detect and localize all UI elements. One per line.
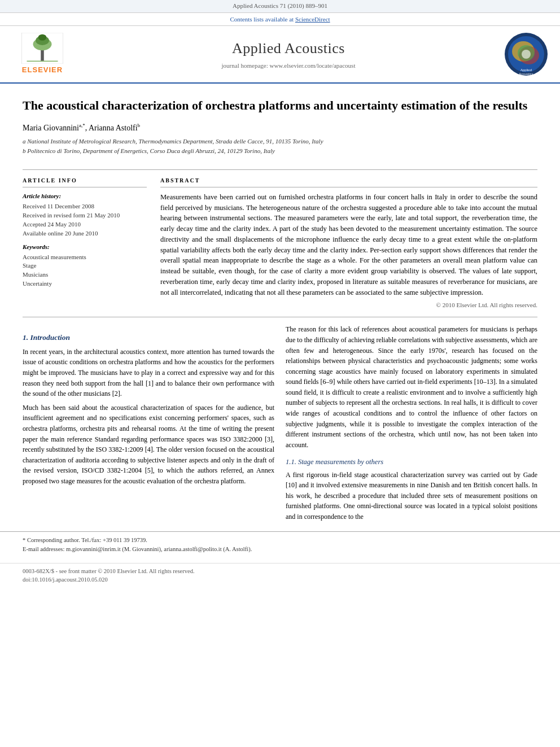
elsevier-logo: ELSEVIER	[20, 33, 65, 76]
article-info-abstract-section: ARTICLE INFO Article history: Received 1…	[0, 177, 560, 310]
footnote-corresponding: * Corresponding author. Tel./fax: +39 01…	[23, 536, 537, 545]
elsevier-logo-section: ELSEVIER	[11, 33, 73, 76]
article-history-label: Article history:	[23, 192, 147, 201]
journal-logo-section: Applied Acoustics	[504, 32, 549, 77]
received-date: Received 11 December 2008	[23, 202, 147, 211]
journal-logo-image: Applied Acoustics	[504, 32, 549, 77]
author-conjunction: , Arianna Astolfi	[85, 123, 138, 132]
article-title: The acoustical characterization of orche…	[23, 97, 537, 114]
abstract-label: ABSTRACT	[160, 177, 537, 187]
body-para2: Much has been said about the acoustical …	[23, 403, 274, 487]
contents-text: Contents lists available at	[230, 16, 294, 23]
subsection-heading: 1.1. Stage measurements by others	[286, 457, 537, 467]
citation-bar: Applied Acoustics 71 (2010) 889–901	[0, 0, 560, 13]
journal-header: ELSEVIER Applied Acoustics journal homep…	[0, 26, 560, 84]
article-info-label: ARTICLE INFO	[23, 177, 147, 187]
author1-name: Maria Giovannini	[23, 123, 79, 132]
svg-text:Applied: Applied	[520, 68, 532, 72]
keyword-4: Uncertainty	[23, 279, 147, 289]
abstract-text: Measurements have been carried out on fu…	[160, 192, 537, 298]
sciencedirect-link[interactable]: ScienceDirect	[295, 16, 330, 23]
divider-1	[23, 169, 537, 170]
article-title-section: The acoustical characterization of orche…	[0, 84, 560, 163]
svg-point-4	[38, 34, 47, 41]
bottom-bar: 0003-682X/$ - see front matter © 2010 El…	[0, 563, 560, 587]
received-revised-date: Received in revised form 21 May 2010	[23, 211, 147, 220]
author2-sup: b	[138, 123, 141, 128]
body-section: 1. Introduction In recent years, in the …	[0, 324, 560, 525]
divider-2	[23, 317, 537, 317]
elsevier-tree-icon	[20, 33, 65, 64]
bottom-bar-line1: 0003-682X/$ - see front matter © 2010 El…	[23, 567, 537, 575]
footnote-section: * Corresponding author. Tel./fax: +39 01…	[0, 531, 560, 557]
elsevier-wordmark: ELSEVIER	[22, 65, 63, 76]
svg-point-11	[522, 50, 531, 59]
author1-sup: a,*	[79, 123, 85, 128]
footnote-email: E-mail addresses: m.giovannini@inrim.it …	[23, 545, 537, 554]
copyright-text: © 2010 Elsevier Ltd. All rights reserved…	[160, 301, 537, 310]
body-right-column: The reason for this lack of references a…	[286, 324, 537, 525]
accepted-date: Accepted 24 May 2010	[23, 220, 147, 229]
keywords-label: Keywords:	[23, 243, 147, 252]
keyword-3: Musicians	[23, 270, 147, 279]
abstract-column: ABSTRACT Measurements have been carried …	[160, 177, 537, 310]
keyword-2: Stage	[23, 261, 147, 270]
available-online-date: Available online 20 June 2010	[23, 229, 147, 238]
section1-heading: 1. Introduction	[23, 332, 274, 343]
affiliation-1: a National Institute of Metrological Res…	[23, 137, 537, 146]
body-right-para2: A first rigorous in-field stage acoustic…	[286, 470, 537, 522]
article-info-column: ARTICLE INFO Article history: Received 1…	[23, 177, 147, 310]
journal-title: Applied Acoustics	[73, 38, 504, 59]
journal-homepage: journal homepage: www.elsevier.com/locat…	[73, 62, 504, 71]
keyword-1: Acoustical measurements	[23, 253, 147, 262]
affiliation-2: b Politecnico di Torino, Department of E…	[23, 147, 537, 156]
body-para1: In recent years, in the architectural ac…	[23, 347, 274, 399]
journal-title-section: Applied Acoustics journal homepage: www.…	[73, 38, 504, 71]
bottom-bar-line2: doi:10.1016/j.apacoust.2010.05.020	[23, 575, 537, 584]
citation-text: Applied Acoustics 71 (2010) 889–901	[233, 2, 327, 9]
svg-text:Acoustics: Acoustics	[519, 72, 533, 76]
body-left-column: 1. Introduction In recent years, in the …	[23, 324, 274, 525]
article-authors: Maria Giovanninia,*, Arianna Astolfib	[23, 122, 537, 134]
body-right-para1: The reason for this lack of references a…	[286, 324, 537, 450]
top-bar: Contents lists available at ScienceDirec…	[0, 13, 560, 26]
